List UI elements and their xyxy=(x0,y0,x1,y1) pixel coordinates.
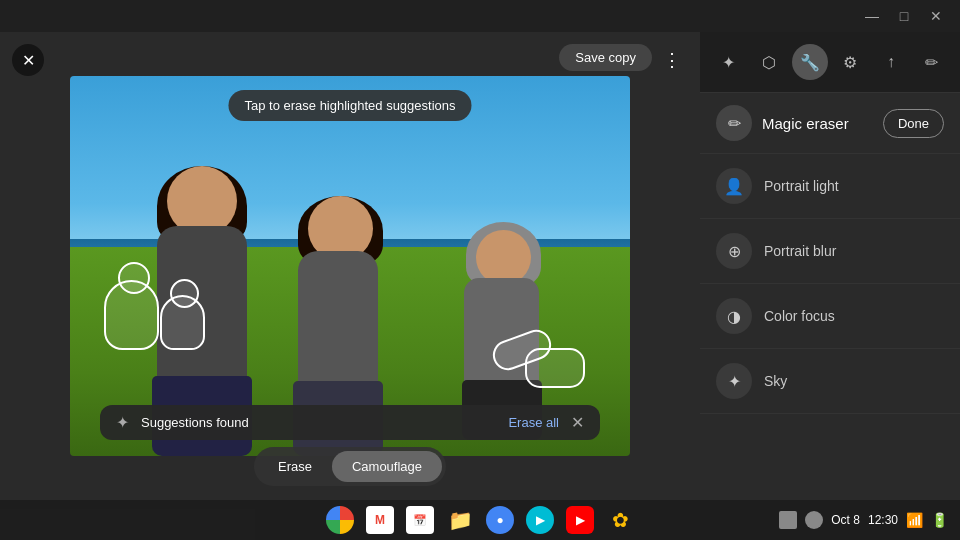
close-window-button[interactable]: ✕ xyxy=(920,0,952,32)
portrait-light-icon: 👤 xyxy=(716,168,752,204)
notes-app[interactable]: ● xyxy=(486,506,514,534)
magic-eraser-icon: ✏ xyxy=(716,105,752,141)
portrait-light-label: Portrait light xyxy=(764,178,839,194)
erase-mode-button[interactable]: Erase xyxy=(258,451,332,482)
title-bar: — □ ✕ xyxy=(0,0,960,32)
minimize-button[interactable]: — xyxy=(856,0,888,32)
sky-label: Sky xyxy=(764,373,787,389)
sky-item[interactable]: ✦ Sky xyxy=(700,349,960,414)
save-copy-button[interactable]: Save copy xyxy=(559,44,652,71)
done-button[interactable]: Done xyxy=(883,109,944,138)
photos-app[interactable]: ✿ xyxy=(606,506,634,534)
mode-buttons: Erase Camouflage xyxy=(254,447,446,486)
taskbar-date: Oct 8 xyxy=(831,513,860,527)
erase-all-button[interactable]: Erase all xyxy=(508,415,559,430)
taskbar-center: M 📅 📁 ● ▶ ▶ ✿ xyxy=(200,506,760,534)
more-icon: ⋮ xyxy=(663,49,681,71)
notification-icon[interactable] xyxy=(805,511,823,529)
taskbar-time: 12:30 xyxy=(868,513,898,527)
taskbar-right: Oct 8 12:30 📶 🔋 xyxy=(760,511,960,529)
chrome-app[interactable] xyxy=(326,506,354,534)
sparkle-icon: ✦ xyxy=(116,413,129,432)
youtube-app[interactable]: ▶ xyxy=(566,506,594,534)
portrait-light-item[interactable]: 👤 Portrait light xyxy=(700,154,960,219)
battery-icon: 🔋 xyxy=(931,512,948,528)
taskbar: M 📅 📁 ● ▶ ▶ ✿ Oct 8 12:30 📶 🔋 xyxy=(0,500,960,540)
sliders-toolbar-icon[interactable]: ⚙ xyxy=(832,44,868,80)
sparkle-toolbar-icon[interactable]: ✦ xyxy=(710,44,746,80)
select-toolbar-icon[interactable]: ⬡ xyxy=(751,44,787,80)
maximize-button[interactable]: □ xyxy=(888,0,920,32)
head xyxy=(476,230,531,285)
color-focus-item[interactable]: ◑ Color focus xyxy=(700,284,960,349)
portrait-blur-item[interactable]: ⊕ Portrait blur xyxy=(700,219,960,284)
suggestions-bar: ✦ Suggestions found Erase all ✕ xyxy=(100,405,600,440)
right-panel: ✦ ⬡ 🔧 ⚙ ↑ ✏ ✏ Magic eraser Done 👤 Portra… xyxy=(700,32,960,500)
magic-eraser-row: ✏ Magic eraser Done xyxy=(700,93,960,154)
close-icon: ✕ xyxy=(22,51,35,70)
toolbar-row: ✦ ⬡ 🔧 ⚙ ↑ ✏ xyxy=(700,32,960,93)
tools-toolbar-icon[interactable]: 🔧 xyxy=(792,44,828,80)
erase-tooltip: Tap to erase highlighted suggestions xyxy=(228,90,471,121)
calendar-app[interactable]: 📅 xyxy=(406,506,434,534)
close-suggestions-button[interactable]: ✕ xyxy=(571,413,584,432)
highlight-person-2 xyxy=(160,295,205,350)
photo-image xyxy=(70,76,630,456)
portrait-blur-label: Portrait blur xyxy=(764,243,836,259)
photo-area: ✕ Save copy ⋮ Tap to erase highlighted s… xyxy=(0,32,700,500)
play-app[interactable]: ▶ xyxy=(526,506,554,534)
export-toolbar-icon[interactable]: ↑ xyxy=(873,44,909,80)
portrait-blur-icon: ⊕ xyxy=(716,233,752,269)
files-app[interactable]: 📁 xyxy=(446,506,474,534)
markup-toolbar-icon[interactable]: ✏ xyxy=(914,44,950,80)
sky-icon: ✦ xyxy=(716,363,752,399)
editor-container: ✕ Save copy ⋮ Tap to erase highlighted s… xyxy=(0,32,960,500)
more-options-button[interactable]: ⋮ xyxy=(656,44,688,76)
color-focus-label: Color focus xyxy=(764,308,835,324)
gmail-app[interactable]: M xyxy=(366,506,394,534)
highlight-person-1 xyxy=(104,280,159,350)
screen-icon[interactable] xyxy=(779,511,797,529)
suggestions-text: Suggestions found xyxy=(141,415,496,430)
magic-eraser-label: Magic eraser xyxy=(762,115,873,132)
wifi-icon: 📶 xyxy=(906,512,923,528)
close-editor-button[interactable]: ✕ xyxy=(12,44,44,76)
tool-list: 👤 Portrait light ⊕ Portrait blur ◑ Color… xyxy=(700,154,960,500)
body xyxy=(298,251,378,391)
color-focus-icon: ◑ xyxy=(716,298,752,334)
camouflage-mode-button[interactable]: Camouflage xyxy=(332,451,442,482)
